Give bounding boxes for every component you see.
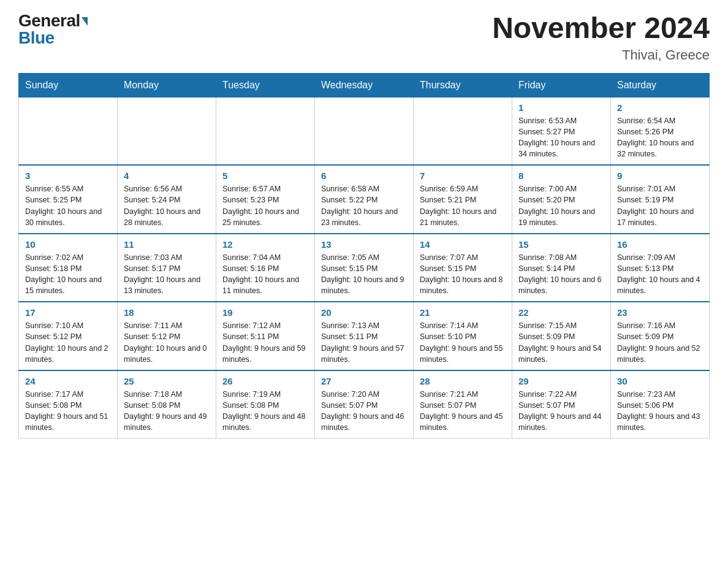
day-info: Sunrise: 7:14 AM Sunset: 5:10 PM Dayligh… bbox=[420, 320, 506, 365]
calendar-cell: 8Sunrise: 7:00 AM Sunset: 5:20 PM Daylig… bbox=[512, 165, 611, 234]
calendar-cell: 12Sunrise: 7:04 AM Sunset: 5:16 PM Dayli… bbox=[216, 234, 315, 302]
day-number: 11 bbox=[124, 239, 210, 250]
day-header-thursday: Thursday bbox=[414, 73, 512, 97]
day-info: Sunrise: 7:10 AM Sunset: 5:12 PM Dayligh… bbox=[25, 320, 111, 365]
day-info: Sunrise: 7:22 AM Sunset: 5:07 PM Dayligh… bbox=[518, 389, 604, 434]
day-number: 28 bbox=[420, 376, 506, 386]
calendar-table: SundayMondayTuesdayWednesdayThursdayFrid… bbox=[18, 73, 710, 439]
day-number: 7 bbox=[420, 170, 506, 181]
logo-blue-text: Blue bbox=[18, 28, 55, 47]
day-header-tuesday: Tuesday bbox=[216, 73, 315, 97]
day-number: 22 bbox=[518, 307, 604, 318]
calendar-cell: 7Sunrise: 6:59 AM Sunset: 5:21 PM Daylig… bbox=[414, 165, 512, 234]
day-info: Sunrise: 7:07 AM Sunset: 5:15 PM Dayligh… bbox=[420, 252, 506, 297]
day-number: 29 bbox=[518, 376, 604, 386]
calendar-cell: 4Sunrise: 6:56 AM Sunset: 5:24 PM Daylig… bbox=[118, 165, 216, 234]
day-number: 30 bbox=[617, 376, 703, 386]
calendar-cell: 29Sunrise: 7:22 AM Sunset: 5:07 PM Dayli… bbox=[512, 370, 611, 439]
logo: General Blue bbox=[18, 12, 88, 47]
logo-general-text: General bbox=[18, 11, 80, 30]
day-info: Sunrise: 7:01 AM Sunset: 5:19 PM Dayligh… bbox=[617, 183, 703, 228]
day-number: 1 bbox=[518, 102, 604, 113]
week-row-4: 17Sunrise: 7:10 AM Sunset: 5:12 PM Dayli… bbox=[19, 302, 710, 370]
day-number: 4 bbox=[124, 170, 210, 181]
calendar-cell bbox=[216, 97, 315, 165]
day-header-saturday: Saturday bbox=[611, 73, 710, 97]
calendar-subtitle: Thivai, Greece bbox=[492, 47, 710, 63]
day-info: Sunrise: 6:59 AM Sunset: 5:21 PM Dayligh… bbox=[420, 183, 506, 228]
day-info: Sunrise: 7:04 AM Sunset: 5:16 PM Dayligh… bbox=[222, 252, 308, 297]
day-info: Sunrise: 7:23 AM Sunset: 5:06 PM Dayligh… bbox=[617, 389, 703, 434]
day-header-wednesday: Wednesday bbox=[315, 73, 414, 97]
day-header-sunday: Sunday bbox=[19, 73, 118, 97]
day-info: Sunrise: 7:16 AM Sunset: 5:09 PM Dayligh… bbox=[617, 320, 703, 365]
day-info: Sunrise: 7:11 AM Sunset: 5:12 PM Dayligh… bbox=[124, 320, 210, 365]
calendar-cell: 27Sunrise: 7:20 AM Sunset: 5:07 PM Dayli… bbox=[315, 370, 414, 439]
calendar-cell: 22Sunrise: 7:15 AM Sunset: 5:09 PM Dayli… bbox=[512, 302, 611, 370]
day-info: Sunrise: 7:19 AM Sunset: 5:08 PM Dayligh… bbox=[222, 389, 308, 434]
logo-top: General bbox=[18, 12, 88, 29]
calendar-cell: 10Sunrise: 7:02 AM Sunset: 5:18 PM Dayli… bbox=[19, 234, 118, 302]
day-header-friday: Friday bbox=[512, 73, 611, 97]
day-number: 14 bbox=[420, 239, 506, 250]
calendar-cell: 20Sunrise: 7:13 AM Sunset: 5:11 PM Dayli… bbox=[315, 302, 414, 370]
day-info: Sunrise: 7:08 AM Sunset: 5:14 PM Dayligh… bbox=[518, 252, 604, 297]
calendar-title: November 2024 bbox=[492, 12, 710, 45]
calendar-cell bbox=[315, 97, 414, 165]
calendar-cell bbox=[118, 97, 216, 165]
day-number: 23 bbox=[617, 307, 703, 318]
day-info: Sunrise: 7:05 AM Sunset: 5:15 PM Dayligh… bbox=[321, 252, 407, 297]
calendar-cell: 14Sunrise: 7:07 AM Sunset: 5:15 PM Dayli… bbox=[414, 234, 512, 302]
days-header-row: SundayMondayTuesdayWednesdayThursdayFrid… bbox=[19, 73, 710, 97]
day-number: 3 bbox=[25, 170, 111, 181]
calendar-cell: 16Sunrise: 7:09 AM Sunset: 5:13 PM Dayli… bbox=[611, 234, 710, 302]
day-info: Sunrise: 6:55 AM Sunset: 5:25 PM Dayligh… bbox=[25, 183, 111, 228]
calendar-cell: 25Sunrise: 7:18 AM Sunset: 5:08 PM Dayli… bbox=[118, 370, 216, 439]
day-number: 15 bbox=[518, 239, 604, 250]
day-info: Sunrise: 7:12 AM Sunset: 5:11 PM Dayligh… bbox=[222, 320, 308, 365]
day-number: 8 bbox=[518, 170, 604, 181]
calendar-cell: 2Sunrise: 6:54 AM Sunset: 5:26 PM Daylig… bbox=[611, 97, 710, 165]
day-info: Sunrise: 7:02 AM Sunset: 5:18 PM Dayligh… bbox=[25, 252, 111, 297]
logo-bottom: Blue bbox=[18, 29, 88, 47]
calendar-cell: 15Sunrise: 7:08 AM Sunset: 5:14 PM Dayli… bbox=[512, 234, 611, 302]
day-number: 27 bbox=[321, 376, 407, 386]
week-row-3: 10Sunrise: 7:02 AM Sunset: 5:18 PM Dayli… bbox=[19, 234, 710, 302]
day-info: Sunrise: 6:58 AM Sunset: 5:22 PM Dayligh… bbox=[321, 183, 407, 228]
calendar-cell: 13Sunrise: 7:05 AM Sunset: 5:15 PM Dayli… bbox=[315, 234, 414, 302]
day-number: 9 bbox=[617, 170, 703, 181]
day-info: Sunrise: 6:53 AM Sunset: 5:27 PM Dayligh… bbox=[518, 115, 604, 160]
day-number: 20 bbox=[321, 307, 407, 318]
day-number: 5 bbox=[222, 170, 308, 181]
day-number: 12 bbox=[222, 239, 308, 250]
calendar-cell bbox=[19, 97, 118, 165]
calendar-cell: 6Sunrise: 6:58 AM Sunset: 5:22 PM Daylig… bbox=[315, 165, 414, 234]
calendar-cell: 1Sunrise: 6:53 AM Sunset: 5:27 PM Daylig… bbox=[512, 97, 611, 165]
day-number: 25 bbox=[124, 376, 210, 386]
calendar-cell: 28Sunrise: 7:21 AM Sunset: 5:07 PM Dayli… bbox=[414, 370, 512, 439]
day-info: Sunrise: 6:54 AM Sunset: 5:26 PM Dayligh… bbox=[617, 115, 703, 160]
calendar-cell: 17Sunrise: 7:10 AM Sunset: 5:12 PM Dayli… bbox=[19, 302, 118, 370]
day-number: 16 bbox=[617, 239, 703, 250]
week-row-1: 1Sunrise: 6:53 AM Sunset: 5:27 PM Daylig… bbox=[19, 97, 710, 165]
day-info: Sunrise: 7:09 AM Sunset: 5:13 PM Dayligh… bbox=[617, 252, 703, 297]
day-number: 13 bbox=[321, 239, 407, 250]
calendar-cell: 18Sunrise: 7:11 AM Sunset: 5:12 PM Dayli… bbox=[118, 302, 216, 370]
day-number: 19 bbox=[222, 307, 308, 318]
day-info: Sunrise: 7:18 AM Sunset: 5:08 PM Dayligh… bbox=[124, 389, 210, 434]
day-info: Sunrise: 6:56 AM Sunset: 5:24 PM Dayligh… bbox=[124, 183, 210, 228]
calendar-cell: 3Sunrise: 6:55 AM Sunset: 5:25 PM Daylig… bbox=[19, 165, 118, 234]
calendar-cell: 23Sunrise: 7:16 AM Sunset: 5:09 PM Dayli… bbox=[611, 302, 710, 370]
calendar-cell: 5Sunrise: 6:57 AM Sunset: 5:23 PM Daylig… bbox=[216, 165, 315, 234]
week-row-2: 3Sunrise: 6:55 AM Sunset: 5:25 PM Daylig… bbox=[19, 165, 710, 234]
day-number: 6 bbox=[321, 170, 407, 181]
day-number: 10 bbox=[25, 239, 111, 250]
day-info: Sunrise: 7:17 AM Sunset: 5:08 PM Dayligh… bbox=[25, 389, 111, 434]
page-header: General Blue November 2024 Thivai, Greec… bbox=[18, 12, 710, 63]
calendar-title-area: November 2024 Thivai, Greece bbox=[492, 12, 710, 63]
calendar-cell: 19Sunrise: 7:12 AM Sunset: 5:11 PM Dayli… bbox=[216, 302, 315, 370]
day-number: 17 bbox=[25, 307, 111, 318]
calendar-cell: 30Sunrise: 7:23 AM Sunset: 5:06 PM Dayli… bbox=[611, 370, 710, 439]
day-number: 18 bbox=[124, 307, 210, 318]
logo-triangle-icon bbox=[82, 17, 88, 26]
